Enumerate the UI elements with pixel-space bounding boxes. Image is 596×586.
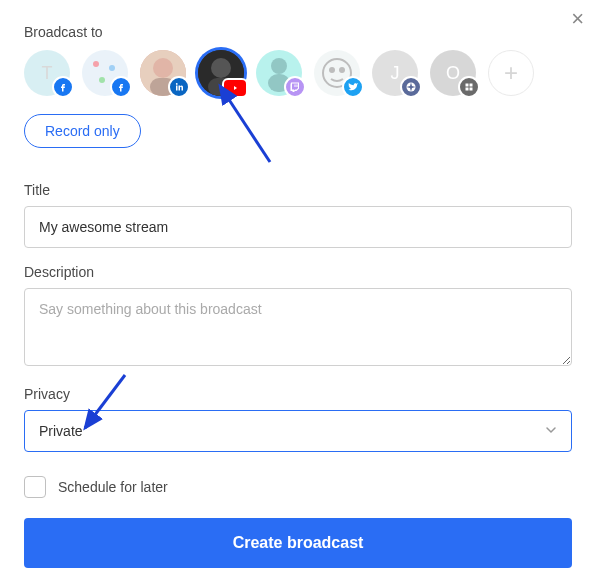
- svg-rect-18: [466, 88, 469, 91]
- title-input[interactable]: [24, 206, 572, 248]
- facebook-icon: [52, 76, 74, 98]
- linkedin-icon: [168, 76, 190, 98]
- twitter-icon: [342, 76, 364, 98]
- destination-avatar[interactable]: [314, 50, 360, 96]
- broadcast-to-label: Broadcast to: [24, 24, 572, 40]
- svg-rect-19: [470, 88, 473, 91]
- description-input[interactable]: [24, 288, 572, 366]
- schedule-label: Schedule for later: [58, 479, 168, 495]
- platform-icon: [458, 76, 480, 98]
- privacy-label: Privacy: [24, 386, 572, 402]
- svg-point-0: [93, 61, 99, 67]
- schedule-row: Schedule for later: [24, 476, 572, 498]
- svg-point-14: [339, 67, 345, 73]
- chevron-down-icon: [545, 424, 557, 439]
- destination-avatar[interactable]: [198, 50, 244, 96]
- platform-icon: [400, 76, 422, 98]
- svg-point-13: [329, 67, 335, 73]
- record-only-button[interactable]: Record only: [24, 114, 141, 148]
- svg-point-10: [271, 58, 287, 74]
- destination-avatar[interactable]: O: [430, 50, 476, 96]
- facebook-icon: [110, 76, 132, 98]
- description-label: Description: [24, 264, 572, 280]
- create-broadcast-button[interactable]: Create broadcast: [24, 518, 572, 568]
- youtube-icon: [222, 78, 248, 98]
- svg-point-2: [99, 77, 105, 83]
- svg-rect-17: [470, 84, 473, 87]
- twitch-icon: [284, 76, 306, 98]
- destination-row: TJO+: [24, 50, 572, 96]
- destination-avatar[interactable]: T: [24, 50, 70, 96]
- svg-rect-16: [466, 84, 469, 87]
- destination-avatar[interactable]: [82, 50, 128, 96]
- title-label: Title: [24, 182, 572, 198]
- svg-point-5: [153, 58, 173, 78]
- close-button[interactable]: ×: [571, 8, 584, 30]
- svg-point-8: [211, 58, 231, 78]
- privacy-value: Private: [39, 423, 83, 439]
- privacy-select[interactable]: Private: [24, 410, 572, 452]
- add-destination-button[interactable]: +: [488, 50, 534, 96]
- destination-avatar[interactable]: J: [372, 50, 418, 96]
- destination-avatar[interactable]: [140, 50, 186, 96]
- destination-avatar[interactable]: [256, 50, 302, 96]
- schedule-checkbox[interactable]: [24, 476, 46, 498]
- svg-point-1: [109, 65, 115, 71]
